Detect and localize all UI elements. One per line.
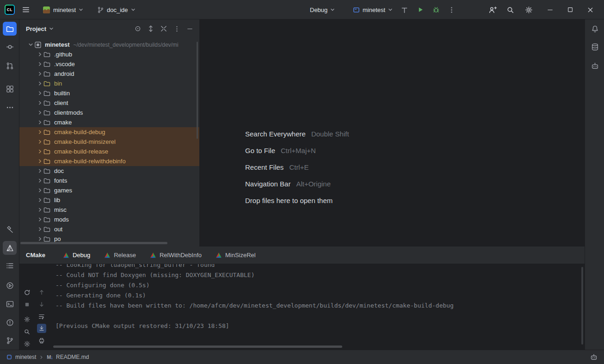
expand-all-icon[interactable] [146, 24, 156, 34]
find-icon[interactable] [22, 327, 31, 336]
soft-wrap-icon[interactable] [37, 312, 46, 321]
run-toolwindow-icon[interactable] [3, 278, 17, 292]
commit-toolwindow-icon[interactable] [3, 40, 17, 54]
reload-cmake-icon[interactable] [22, 288, 31, 297]
status-bar: minetest M↓ README.md [0, 350, 604, 364]
tree-item-cmake-build-release[interactable]: cmake-build-release [19, 147, 199, 156]
project-panel: Project minetest ~/dev/minetest_developm… [19, 19, 200, 247]
tab-debug[interactable]: Debug [63, 247, 90, 264]
console-vertical-scrollbar[interactable] [581, 267, 583, 345]
build-type-label: Debug [310, 6, 327, 13]
stop-icon[interactable] [22, 300, 31, 309]
ai-assistant-icon[interactable] [588, 59, 602, 73]
down-arrow-icon[interactable] [37, 300, 46, 309]
tree-item-builtin[interactable]: builtin [19, 88, 199, 98]
build-type-selector[interactable]: Debug [307, 3, 338, 16]
folder-icon [43, 206, 51, 213]
folder-icon [43, 138, 51, 145]
project-selector[interactable]: minetest [40, 3, 86, 16]
build-hammer-icon[interactable] [401, 4, 408, 16]
print-icon[interactable] [37, 336, 46, 345]
panel-options-icon[interactable] [172, 24, 182, 34]
git-toolwindow-icon[interactable] [3, 333, 17, 347]
tree-item-cmake-build-minsizerel[interactable]: cmake-build-minsizerel [19, 137, 199, 147]
project-selector-label: minetest [53, 6, 76, 13]
problems-toolwindow-icon[interactable] [3, 315, 17, 329]
tree-item-github[interactable]: .github [19, 49, 199, 59]
code-with-me-icon[interactable] [488, 4, 497, 16]
tree-item-out[interactable]: out [19, 224, 199, 234]
collapse-all-icon[interactable] [159, 24, 169, 34]
editor-area: Search EverywhereDouble Shift Go to File… [200, 19, 585, 247]
cmake-logo-icon [104, 252, 111, 259]
up-arrow-icon[interactable] [37, 288, 46, 297]
branch-selector[interactable]: doc_ide [94, 3, 138, 16]
branch-selector-label: doc_ide [107, 6, 128, 13]
minetest-logo-icon [43, 6, 50, 14]
tree-item-cmake-build-relwithdebinfo[interactable]: cmake-build-relwithdebinfo [19, 156, 199, 166]
scroll-to-end-icon[interactable] [37, 324, 46, 333]
tree-item-games[interactable]: games [19, 185, 199, 195]
build-toolwindow-icon[interactable] [3, 222, 17, 236]
console-line: -- Build files have been written to: /ho… [55, 301, 580, 311]
chevron-down-icon[interactable] [27, 42, 34, 47]
structure-toolwindow-icon[interactable] [3, 82, 17, 96]
terminal-toolwindow-icon[interactable] [3, 297, 17, 311]
console-horizontal-scrollbar[interactable] [53, 345, 342, 348]
minimize-button[interactable] [547, 4, 554, 16]
run-configuration-selector[interactable]: minetest [350, 3, 395, 16]
folder-icon [43, 167, 51, 174]
cmake-panel-title: CMake [26, 252, 45, 259]
status-ai-assistant-icon[interactable] [590, 353, 598, 361]
tree-item-vscode[interactable]: .vscode [19, 59, 199, 69]
main-menu-icon[interactable] [22, 4, 30, 16]
tree-item-android[interactable]: android [19, 69, 199, 79]
todo-toolwindow-icon[interactable] [3, 259, 17, 272]
project-panel-title[interactable]: Project [26, 25, 54, 32]
console-line: -- Looking for luaopen_string_buffer - f… [55, 264, 580, 270]
run-button[interactable] [417, 4, 424, 16]
more-actions-icon[interactable] [448, 4, 455, 16]
tree-item-lib[interactable]: lib [19, 195, 199, 205]
tab-minsizerel[interactable]: MinSizeRel [216, 247, 256, 264]
tree-item-cmake-build-debug[interactable]: cmake-build-debug [19, 127, 199, 137]
tab-release[interactable]: Release [104, 247, 136, 264]
locate-file-icon[interactable] [133, 24, 143, 34]
folder-icon [43, 216, 51, 223]
search-icon[interactable] [506, 4, 514, 16]
project-toolwindow-icon[interactable] [3, 22, 17, 36]
tree-item-fonts[interactable]: fonts [19, 176, 199, 185]
settings-icon[interactable] [22, 339, 31, 348]
notifications-icon[interactable] [588, 22, 602, 36]
database-icon[interactable] [588, 40, 602, 54]
project-vertical-scrollbar[interactable] [197, 42, 198, 139]
folder-icon [43, 109, 51, 116]
tree-item-misc[interactable]: misc [19, 205, 199, 215]
more-tool-windows-icon[interactable] [3, 100, 17, 114]
status-file-name[interactable]: README.md [56, 354, 89, 360]
settings-gear-icon[interactable] [525, 4, 533, 16]
pull-requests-toolwindow-icon[interactable] [3, 59, 17, 73]
cmake-toolwindow-icon[interactable] [3, 241, 17, 255]
tree-item-cmake[interactable]: cmake [19, 117, 199, 127]
status-project-name[interactable]: minetest [15, 354, 36, 360]
clion-window: CL minetest doc_ide Debug [0, 0, 604, 364]
hint-drop-files: Drop files here to open them [245, 192, 349, 209]
tab-relwithdebinfo[interactable]: RelWithDebInfo [150, 247, 202, 264]
tree-item-bin[interactable]: bin [19, 79, 199, 88]
close-button[interactable] [587, 4, 594, 16]
cmake-logo-icon [216, 252, 222, 259]
console-line: -- Could NOT find Doxygen (missing: DOXY… [55, 270, 580, 280]
clion-logo[interactable]: CL [5, 4, 15, 16]
tree-root-minetest[interactable]: minetest ~/dev/minetest_development/buil… [19, 40, 199, 49]
maximize-button[interactable] [567, 4, 573, 16]
tree-item-mods[interactable]: mods [19, 215, 199, 224]
cmake-settings-icon[interactable] [22, 315, 31, 324]
debug-button[interactable] [432, 4, 440, 16]
project-horizontal-scrollbar[interactable] [20, 242, 167, 244]
tree-item-clientmods[interactable]: clientmods [19, 108, 199, 117]
hide-panel-icon[interactable] [185, 24, 195, 34]
hint-recent-files: Recent FilesCtrl+E [245, 159, 349, 175]
tree-item-doc[interactable]: doc [19, 166, 199, 176]
tree-item-client[interactable]: client [19, 98, 199, 108]
